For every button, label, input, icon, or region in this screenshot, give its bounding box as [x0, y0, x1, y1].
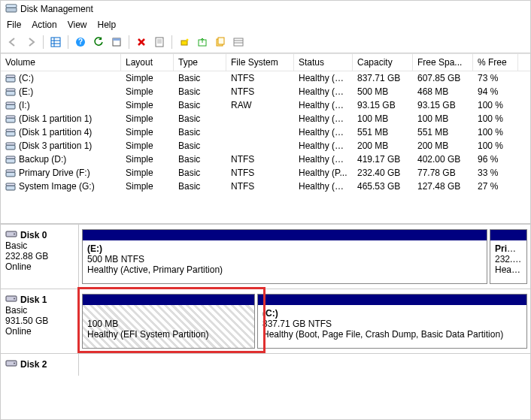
- svg-rect-9: [113, 38, 120, 41]
- volume-type: Basic: [174, 72, 226, 84]
- col-pct-free[interactable]: % Free: [473, 54, 518, 71]
- col-status[interactable]: Status: [294, 54, 353, 71]
- volume-row[interactable]: (I:)SimpleBasicRAWHealthy (B...93.15 GB9…: [1, 98, 530, 112]
- disk-0-part-e[interactable]: (E:) 500 MB NTFS Healthy (Active, Primar…: [82, 229, 487, 284]
- part-status: Healthy (Boot, Page File, Crash Dump, Ba…: [262, 329, 503, 340]
- volume-row[interactable]: Backup (D:)SimpleBasicNTFSHealthy (B...4…: [1, 153, 530, 166]
- volume-layout: Simple: [121, 72, 174, 84]
- volume-name: (Disk 1 partition 1): [19, 113, 92, 124]
- forward-button: [23, 34, 39, 50]
- table-view-button[interactable]: [47, 34, 64, 50]
- svg-rect-29: [6, 116, 15, 118]
- volume-icon: [5, 101, 16, 110]
- volume-icon: [5, 74, 16, 83]
- disk-1-type: Basic: [5, 305, 74, 316]
- volume-icon: [5, 115, 16, 124]
- volume-fs: NTFS: [226, 180, 294, 192]
- volume-layout: Simple: [121, 126, 174, 138]
- volume-type: Basic: [174, 153, 226, 165]
- col-free-space[interactable]: Free Spa...: [413, 54, 473, 71]
- col-volume[interactable]: Volume: [1, 54, 121, 71]
- volume-capacity: 837.71 GB: [353, 72, 413, 84]
- volume-row[interactable]: Primary Drive (F:)SimpleBasicNTFSHealthy…: [1, 166, 530, 180]
- volume-list: Volume Layout Type File System Status Ca…: [1, 53, 530, 224]
- delete-button[interactable]: [133, 34, 150, 50]
- volume-name: Backup (D:): [19, 154, 66, 165]
- col-type[interactable]: Type: [174, 54, 226, 71]
- volume-type: Basic: [174, 113, 226, 125]
- volume-row[interactable]: (Disk 3 partition 1)SimpleBasicHealthy (…: [1, 139, 530, 153]
- svg-rect-18: [218, 38, 224, 44]
- svg-rect-35: [6, 156, 15, 159]
- volume-pct: 33 %: [473, 167, 518, 179]
- disk-1-part-efi[interactable]: 100 MB Healthy (EFI System Partition): [82, 294, 255, 349]
- volume-status: Healthy (B...: [294, 180, 353, 192]
- svg-rect-26: [6, 104, 15, 109]
- menu-view[interactable]: View: [68, 20, 87, 30]
- help-button[interactable]: ?: [72, 34, 89, 50]
- settings-button[interactable]: [108, 34, 125, 50]
- svg-rect-14: [181, 41, 187, 45]
- svg-rect-28: [6, 118, 15, 122]
- volume-layout: Simple: [121, 140, 174, 152]
- volume-free: 93.15 GB: [413, 99, 473, 111]
- volume-row[interactable]: (C:)SimpleBasicNTFSHealthy (B...837.71 G…: [1, 71, 530, 85]
- menu-bar: File Action View Help: [1, 17, 530, 32]
- part-size: 100 MB: [87, 319, 118, 329]
- disk-1-row[interactable]: Disk 1 Basic 931.50 GB Online 100 MB Hea…: [1, 289, 530, 353]
- volume-pct: 96 %: [473, 153, 518, 165]
- disk-2-partitions: [79, 354, 530, 376]
- volume-free: 200 MB: [413, 140, 473, 152]
- disk-icon: [5, 229, 17, 240]
- refresh-button[interactable]: [90, 34, 107, 50]
- disks-area: Disk 0 Basic 232.88 GB Online (E:) 500 M…: [1, 224, 530, 376]
- new-volume-button[interactable]: [176, 34, 193, 50]
- menu-action[interactable]: Action: [32, 20, 56, 30]
- svg-point-41: [14, 234, 15, 235]
- volume-status: Healthy (A...: [294, 86, 353, 98]
- volume-row[interactable]: (Disk 1 partition 4)SimpleBasicHealthy (…: [1, 125, 530, 139]
- menu-file[interactable]: File: [7, 20, 21, 30]
- svg-point-45: [14, 363, 15, 364]
- volume-free: 402.00 GB: [413, 153, 473, 165]
- volume-name: (E:): [19, 86, 33, 97]
- title-bar[interactable]: Disk Management: [1, 1, 530, 17]
- disk-0-part-primary[interactable]: Primary D 232.40 G Healthy (: [490, 229, 527, 284]
- col-file-system[interactable]: File System: [226, 54, 294, 71]
- disk-1-info: Disk 1 Basic 931.50 GB Online: [1, 289, 79, 353]
- volume-capacity: 232.40 GB: [353, 167, 413, 179]
- volume-row[interactable]: System Image (G:)SimpleBasicNTFSHealthy …: [1, 180, 530, 193]
- volume-status: Healthy (B...: [294, 72, 353, 84]
- svg-rect-19: [234, 38, 243, 46]
- window-title: Disk Management: [20, 4, 93, 14]
- disk-1-part-c[interactable]: (C:) 837.71 GB NTFS Healthy (Boot, Page …: [257, 294, 527, 349]
- disk-icon: [5, 358, 17, 370]
- list-button[interactable]: [230, 34, 247, 50]
- svg-rect-37: [6, 170, 15, 172]
- svg-rect-39: [6, 183, 15, 186]
- volume-row[interactable]: (Disk 1 partition 1)SimpleBasicHealthy (…: [1, 112, 530, 125]
- volume-name: (Disk 3 partition 1): [19, 141, 92, 151]
- volume-layout: Simple: [121, 86, 174, 98]
- volume-pct: 100 %: [473, 99, 518, 111]
- volume-free: 127.48 GB: [413, 180, 473, 192]
- disk-1-partitions: 100 MB Healthy (EFI System Partition) (C…: [79, 289, 530, 353]
- volume-icon: [5, 169, 16, 178]
- disk-0-row[interactable]: Disk 0 Basic 232.88 GB Online (E:) 500 M…: [1, 224, 530, 289]
- col-capacity[interactable]: Capacity: [353, 54, 413, 71]
- volume-status: Healthy (E...: [294, 113, 353, 125]
- volume-fs: [226, 118, 294, 119]
- wizard-button[interactable]: [212, 34, 229, 50]
- part-size: 837.71 GB NTFS: [262, 319, 332, 329]
- volume-type: Basic: [174, 126, 226, 138]
- disk-2-row[interactable]: Disk 2: [1, 353, 530, 376]
- volume-row[interactable]: (E:)SimpleBasicNTFSHealthy (A...500 MB46…: [1, 85, 530, 98]
- extend-volume-button[interactable]: [194, 34, 211, 50]
- properties-button[interactable]: [151, 34, 168, 50]
- volume-fs: [226, 131, 294, 133]
- col-layout[interactable]: Layout: [121, 54, 174, 71]
- volume-fs: NTFS: [226, 72, 294, 84]
- svg-rect-2: [51, 38, 60, 47]
- menu-help[interactable]: Help: [98, 20, 117, 30]
- volume-pct: 100 %: [473, 140, 518, 152]
